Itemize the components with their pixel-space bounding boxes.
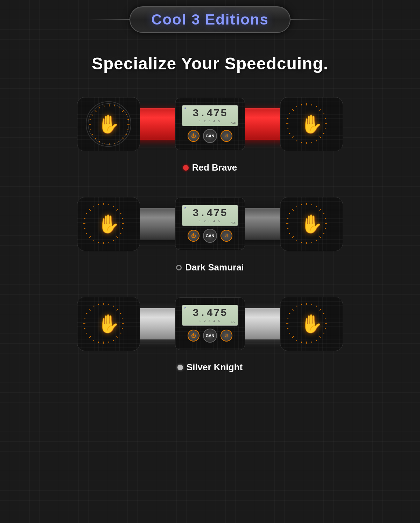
svg-line-115 [84, 318, 85, 318]
lcd-time-red: 3.475 [192, 108, 227, 119]
svg-line-63 [89, 236, 91, 238]
svg-line-56 [120, 233, 121, 234]
power-button-dark[interactable]: ⏻ [188, 230, 200, 242]
svg-line-103 [122, 328, 123, 328]
svg-line-52 [120, 213, 121, 214]
dial-ring-left-red: /* rendered in CSS *\/ [86, 101, 131, 147]
left-hand-pad-dark[interactable]: ✋ [77, 197, 140, 251]
svg-line-97 [108, 303, 109, 305]
svg-line-88 [289, 233, 290, 234]
svg-line-3 [122, 110, 124, 112]
gan-logo-red: GAN [206, 134, 214, 138]
svg-line-17 [90, 130, 91, 130]
svg-line-74 [316, 206, 317, 207]
svg-line-104 [120, 333, 121, 333]
svg-line-127 [325, 328, 326, 328]
power-icon-silver: ⏻ [191, 333, 196, 338]
edition-name-silver: Silver Knight [187, 362, 243, 373]
left-hand-pad-red[interactable]: /* rendered in CSS *\/ [77, 97, 140, 151]
lcd-dark: B 3.475 1 2 3 4 5 A0s [182, 205, 238, 226]
svg-line-105 [117, 336, 118, 337]
left-hand-pad-silver[interactable]: ✋ [77, 297, 140, 351]
svg-line-139 [287, 318, 288, 318]
svg-line-47 [301, 104, 302, 105]
svg-line-91 [287, 218, 288, 218]
power-button-red[interactable]: ⏻ [188, 130, 200, 142]
title-bar: Cool 3 Editions [130, 6, 290, 33]
center-display-silver: B 3.475 1 2 3 4 5 A0s ⏻ GAN ↺ [175, 297, 245, 350]
lcd-numbers-silver: 1 2 3 4 5 [199, 319, 221, 323]
svg-line-15 [95, 138, 96, 139]
edition-name-red: Red Brave [192, 162, 237, 173]
svg-line-26 [316, 106, 317, 107]
svg-line-85 [301, 242, 302, 243]
app-title: Cool 3 Editions [151, 11, 269, 28]
power-button-silver[interactable]: ⏻ [188, 330, 200, 342]
svg-line-22 [99, 107, 100, 108]
logo-button-dark[interactable]: GAN [203, 229, 217, 243]
svg-line-11 [114, 143, 114, 144]
hand-icon-right-red: ✋ [300, 113, 323, 135]
svg-line-23 [104, 105, 104, 106]
svg-line-93 [292, 209, 294, 210]
hand-icon-left-silver: ✋ [97, 313, 120, 335]
svg-line-1 [114, 105, 114, 106]
svg-line-123 [320, 309, 321, 310]
svg-line-33 [320, 136, 321, 138]
svg-line-113 [84, 328, 85, 328]
svg-line-122 [316, 305, 317, 307]
svg-line-70 [93, 206, 94, 207]
svg-line-68 [86, 213, 87, 214]
svg-line-98 [113, 305, 114, 307]
svg-line-44 [289, 113, 290, 114]
lcd-red: B 3.475 1 2 3 4 5 A0s [182, 105, 238, 126]
svg-line-111 [89, 336, 91, 337]
hand-icon-left-red: ✋ [97, 113, 120, 135]
right-hand-pad-dark[interactable]: ✋ [280, 197, 343, 251]
svg-line-92 [289, 213, 290, 214]
device-dark-samurai: ✋ B 3.475 1 2 3 4 5 A0s ⏻ GAN [77, 194, 343, 254]
svg-line-35 [312, 142, 312, 143]
svg-line-141 [292, 309, 294, 310]
svg-line-142 [296, 305, 297, 307]
svg-line-69 [89, 209, 91, 210]
svg-line-40 [289, 133, 290, 134]
svg-line-8 [126, 134, 127, 135]
lcd-label-silver: A0s [231, 321, 236, 324]
lcd-time-silver: 3.475 [192, 308, 227, 318]
hand-icon-left-dark: ✋ [97, 213, 120, 235]
gan-logo-silver: GAN [206, 333, 214, 338]
right-hand-pad-red[interactable]: ✋ [280, 97, 343, 151]
svg-line-31 [325, 128, 326, 129]
svg-line-140 [289, 313, 290, 314]
reset-button-dark[interactable]: ↺ [220, 230, 232, 242]
svg-line-107 [108, 342, 109, 343]
reset-icon-dark: ↺ [224, 233, 229, 239]
hand-icon-right-silver: ✋ [300, 313, 323, 335]
svg-line-59 [108, 242, 109, 243]
svg-line-73 [312, 204, 312, 205]
svg-line-125 [325, 318, 326, 318]
edition-label-red: Red Brave [183, 162, 237, 173]
svg-line-81 [320, 236, 321, 238]
edition-dot-red [183, 165, 189, 171]
svg-line-82 [316, 240, 317, 241]
right-hand-pad-silver[interactable]: ✋ [280, 297, 343, 351]
reset-button-silver[interactable]: ↺ [220, 330, 232, 342]
edition-silver-knight: ✋ B 3.475 1 2 3 4 5 A0s ⏻ GAN [77, 294, 343, 373]
svg-line-21 [95, 110, 96, 112]
hand-icon-right-dark: ✋ [300, 213, 323, 235]
lcd-numbers-dark: 1 2 3 4 5 [199, 219, 221, 223]
reset-button-red[interactable]: ↺ [220, 130, 232, 142]
logo-button-red[interactable]: GAN [203, 129, 217, 143]
svg-line-99 [117, 309, 118, 310]
svg-line-29 [325, 118, 326, 118]
svg-line-4 [126, 115, 127, 115]
svg-line-65 [84, 228, 85, 228]
svg-line-25 [312, 104, 312, 105]
svg-line-83 [312, 242, 312, 243]
logo-button-silver[interactable]: GAN [203, 329, 217, 343]
svg-line-2 [119, 107, 119, 108]
svg-line-55 [122, 228, 123, 228]
svg-line-37 [301, 142, 302, 143]
